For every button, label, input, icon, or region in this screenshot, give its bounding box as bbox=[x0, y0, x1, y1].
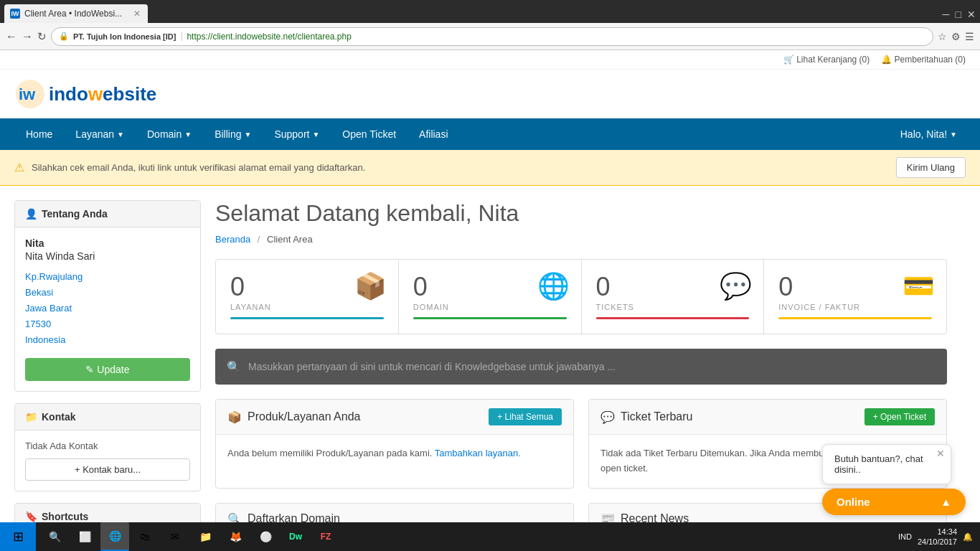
update-button[interactable]: ✎ Update bbox=[25, 358, 190, 381]
nav-open-ticket[interactable]: Open Ticket bbox=[331, 118, 407, 150]
extensions-icon[interactable]: ⚙ bbox=[951, 31, 961, 42]
kontak-card: 📁 Kontak Tidak Ada Kontak + Kontak baru.… bbox=[14, 403, 201, 491]
user-icon: 👤 bbox=[25, 208, 37, 220]
layanan-stat-icon: 📦 bbox=[354, 271, 387, 301]
no-kontak-text: Tidak Ada Kontak bbox=[25, 441, 190, 451]
lock-icon: 🔒 bbox=[59, 32, 69, 41]
invoice-stat-icon: 💳 bbox=[903, 271, 935, 301]
kontak-body: Tidak Ada Kontak + Kontak baru... bbox=[15, 430, 200, 491]
domain-chevron-icon: ▼ bbox=[184, 131, 192, 138]
nav-domain[interactable]: Domain ▼ bbox=[136, 118, 203, 150]
kirim-ulang-button[interactable]: Kirim Ulang bbox=[896, 157, 966, 178]
open-ticket-button[interactable]: + Open Ticket bbox=[864, 408, 935, 425]
user-fullname: Nita Winda Sari bbox=[25, 250, 190, 262]
main-content: 👤 Tentang Anda Nita Nita Winda Sari Kp.R… bbox=[0, 186, 961, 551]
stat-invoice-label: INVOICE / FAKTUR bbox=[778, 303, 932, 311]
tentang-anda-card: 👤 Tentang Anda Nita Nita Winda Sari Kp.R… bbox=[14, 200, 201, 392]
forward-button[interactable]: → bbox=[22, 30, 33, 43]
tambahkan-layanan-link[interactable]: Tambahkan layanan. bbox=[435, 448, 521, 458]
chat-chevron-icon: ▲ bbox=[941, 496, 951, 508]
layanan-card: 📦 Produk/Layanan Anda + Lihat Semua Anda… bbox=[215, 399, 574, 489]
nav-afiliasi[interactable]: Afiliasi bbox=[407, 118, 459, 150]
logo: iw indowebsite bbox=[14, 78, 156, 110]
nav-layanan[interactable]: Layanan ▼ bbox=[64, 118, 136, 150]
chrome-icon[interactable]: ⚪ bbox=[251, 522, 280, 551]
user-name: Nita bbox=[25, 237, 190, 249]
chat-close-icon[interactable]: ✕ bbox=[936, 448, 945, 459]
taskbar-time: 14:34 bbox=[918, 527, 957, 537]
tab-favicon: IW bbox=[10, 9, 20, 19]
edge-icon[interactable]: 🌐 bbox=[100, 522, 129, 551]
user-address: Kp.Rwajulang Bekasi Jawa Barat 17530 Ind… bbox=[25, 269, 190, 348]
start-button[interactable]: ⊞ bbox=[0, 522, 36, 551]
nav-user-menu[interactable]: Halo, Nita! ▼ bbox=[892, 118, 966, 150]
svg-text:iw: iw bbox=[19, 85, 36, 103]
maximize-icon[interactable]: □ bbox=[956, 9, 961, 20]
layanan-card-title: 📦 Produk/Layanan Anda bbox=[227, 410, 360, 424]
stats-row: 📦 0 LAYANAN 🌐 0 DOMAIN 💬 0 TICKETS bbox=[215, 259, 947, 334]
alert-text: Silahkan cek email Anda, ikuti link untu… bbox=[32, 162, 889, 173]
stat-tickets-label: TICKETS bbox=[596, 303, 750, 311]
domain-stat-icon: 🌐 bbox=[537, 271, 570, 301]
explorer-icon[interactable]: 📁 bbox=[191, 522, 220, 551]
taskview-icon[interactable]: ⬜ bbox=[70, 522, 99, 551]
search-icon: 🔍 bbox=[227, 360, 241, 374]
kontak-baru-button[interactable]: + Kontak baru... bbox=[25, 458, 190, 481]
stat-layanan-underline bbox=[230, 317, 384, 319]
taskbar: ⊞ 🔍 ⬜ 🌐 🛍 ✉ 📁 🦊 ⚪ Dw FZ IND 14:34 24/10/… bbox=[0, 522, 980, 551]
logo-text: indowebsite bbox=[49, 83, 156, 105]
stat-domain-underline bbox=[413, 317, 567, 319]
folder-icon: 📁 bbox=[25, 411, 37, 423]
taskbar-date: 24/10/2017 bbox=[918, 537, 957, 547]
stat-tickets-underline bbox=[596, 317, 750, 319]
layanan-card-body: Anda belum memiliki Produk/Layanan pada … bbox=[216, 435, 573, 473]
minimize-icon[interactable]: ─ bbox=[943, 9, 950, 20]
dw-icon[interactable]: Dw bbox=[281, 522, 310, 551]
chat-bar[interactable]: Online ▲ bbox=[822, 489, 966, 515]
layanan-card-icon: 📦 bbox=[227, 410, 242, 424]
cart-link[interactable]: 🛒 Lihat Keranjang (0) bbox=[783, 55, 870, 65]
tab-close-icon[interactable]: ✕ bbox=[133, 9, 141, 19]
site-header: iw indowebsite bbox=[0, 70, 980, 118]
filezilla-icon[interactable]: FZ bbox=[311, 522, 340, 551]
nav-billing[interactable]: Billing ▼ bbox=[203, 118, 263, 150]
stat-layanan: 📦 0 LAYANAN bbox=[216, 260, 399, 334]
notification-link[interactable]: 🔔 Pemberitahuan (0) bbox=[881, 55, 966, 65]
taskbar-clock: 14:34 24/10/2017 bbox=[918, 527, 957, 547]
taskbar-right: IND 14:34 24/10/2017 🔔 bbox=[891, 527, 980, 547]
billing-chevron-icon: ▼ bbox=[245, 131, 252, 138]
nav-support[interactable]: Support ▼ bbox=[263, 118, 331, 150]
firefox-icon[interactable]: 🦊 bbox=[221, 522, 250, 551]
stat-tickets: 💬 0 TICKETS bbox=[582, 260, 765, 334]
sidebar: 👤 Tentang Anda Nita Nita Winda Sari Kp.R… bbox=[14, 200, 201, 542]
kontak-header: 📁 Kontak bbox=[15, 404, 200, 430]
nav-home[interactable]: Home bbox=[14, 118, 64, 150]
url-display[interactable]: https://client.indowebsite.net/clientare… bbox=[187, 32, 351, 42]
tentang-anda-header: 👤 Tentang Anda bbox=[15, 201, 200, 227]
stat-layanan-label: LAYANAN bbox=[230, 303, 384, 311]
menu-icon[interactable]: ☰ bbox=[965, 31, 974, 42]
close-window-icon[interactable]: ✕ bbox=[967, 9, 976, 20]
search-taskbar-icon[interactable]: 🔍 bbox=[40, 522, 69, 551]
bookmark-sidebar-icon: 🔖 bbox=[25, 511, 37, 522]
chat-widget: ✕ Butuh bantuan?, chat disini.. Online ▲ bbox=[822, 444, 966, 515]
breadcrumb-current: Client Area bbox=[267, 234, 313, 245]
top-bar: 🛒 Lihat Keranjang (0) 🔔 Pemberitahuan (0… bbox=[0, 50, 980, 70]
alert-icon: ⚠ bbox=[14, 161, 24, 174]
user-chevron-icon: ▼ bbox=[950, 131, 957, 138]
lihat-semua-button[interactable]: + Lihat Semua bbox=[489, 408, 562, 425]
ticket-card-header: 💬 Ticket Terbaru + Open Ticket bbox=[589, 400, 946, 435]
store-icon[interactable]: 🛍 bbox=[131, 522, 159, 551]
stat-invoice-underline bbox=[778, 317, 932, 319]
bookmark-icon[interactable]: ☆ bbox=[938, 31, 947, 42]
notification-taskbar-icon[interactable]: 🔔 bbox=[963, 532, 973, 542]
support-chevron-icon: ▼ bbox=[312, 131, 319, 138]
back-button[interactable]: ← bbox=[6, 30, 17, 43]
layanan-chevron-icon: ▼ bbox=[117, 131, 124, 138]
alert-bar: ⚠ Silahkan cek email Anda, ikuti link un… bbox=[0, 150, 980, 186]
breadcrumb-home[interactable]: Beranda bbox=[215, 234, 250, 245]
mail-icon[interactable]: ✉ bbox=[161, 522, 189, 551]
page-title: Selamat Datang kembali, Nita bbox=[215, 200, 947, 227]
refresh-button[interactable]: ↻ bbox=[37, 30, 47, 43]
kb-search-input[interactable] bbox=[248, 361, 936, 372]
